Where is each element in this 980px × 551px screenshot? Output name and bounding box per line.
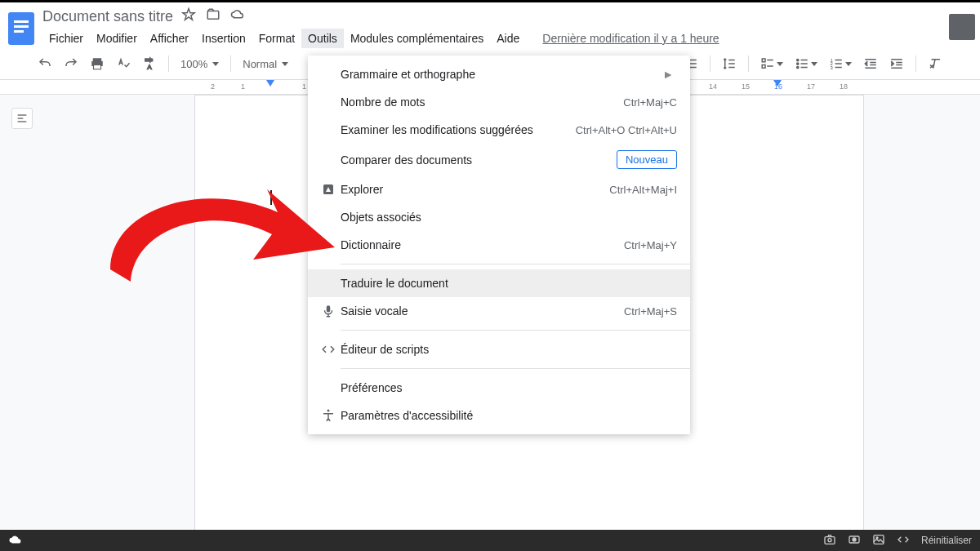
svg-rect-2 xyxy=(14,25,29,28)
indent-marker-icon[interactable] xyxy=(266,80,274,87)
paint-format-button[interactable] xyxy=(137,53,162,74)
line-spacing-button[interactable] xyxy=(717,53,742,74)
svg-point-29 xyxy=(797,63,799,64)
menu-voice-typing[interactable]: Saisie vocale Ctrl+Maj+S xyxy=(308,297,690,325)
spellcheck-button[interactable] xyxy=(111,53,136,74)
svg-text:3: 3 xyxy=(831,65,834,70)
menu-suggestions[interactable]: Examiner les modifications suggérées Ctr… xyxy=(308,116,690,144)
svg-point-56 xyxy=(853,538,856,541)
account-icon[interactable] xyxy=(949,14,975,40)
menu-outils[interactable]: Outils xyxy=(301,29,344,48)
menu-wordcount[interactable]: Nombre de mots Ctrl+Maj+C xyxy=(308,88,690,116)
svg-point-27 xyxy=(797,59,799,60)
cloud-status-icon[interactable] xyxy=(8,534,23,548)
new-badge: Nouveau xyxy=(617,150,677,169)
menu-accessibility[interactable]: Paramètres d'accessibilité xyxy=(308,402,690,429)
menu-modules[interactable]: Modules complémentaires xyxy=(344,29,490,48)
indent-marker-icon[interactable] xyxy=(773,80,782,87)
camera-icon[interactable] xyxy=(823,533,836,549)
chevron-down-icon xyxy=(282,62,288,66)
menu-script-editor[interactable]: Éditeur de scripts xyxy=(308,335,690,363)
submenu-arrow-icon: ► xyxy=(662,68,674,81)
chevron-down-icon xyxy=(845,62,852,66)
chevron-down-icon xyxy=(811,62,817,66)
svg-rect-0 xyxy=(8,12,34,45)
star-icon[interactable] xyxy=(181,7,196,25)
document-title[interactable]: Document sans titre xyxy=(42,8,173,25)
docs-logo-icon[interactable] xyxy=(7,9,36,48)
microphone-icon xyxy=(316,304,341,318)
svg-rect-51 xyxy=(327,305,331,312)
explore-icon xyxy=(316,182,341,197)
clear-formatting-button[interactable] xyxy=(923,53,947,74)
svg-rect-3 xyxy=(14,30,24,33)
svg-rect-7 xyxy=(94,65,101,69)
move-icon[interactable] xyxy=(206,7,220,25)
svg-rect-5 xyxy=(93,58,102,61)
outils-dropdown: Grammaire et orthographe ► Nombre de mot… xyxy=(308,56,690,434)
menu-insertion[interactable]: Insertion xyxy=(195,29,252,48)
cloud-icon[interactable] xyxy=(230,7,245,25)
menu-format[interactable]: Format xyxy=(252,29,301,48)
redo-button[interactable] xyxy=(59,53,83,74)
menu-dictionary[interactable]: Dictionnaire Ctrl+Maj+Y xyxy=(308,231,690,259)
increase-indent-button[interactable] xyxy=(884,53,909,74)
svg-rect-25 xyxy=(762,65,765,69)
image-icon[interactable] xyxy=(872,533,885,549)
record-icon[interactable] xyxy=(848,533,861,549)
last-modified-link[interactable]: Dernière modification il y a 1 heure xyxy=(542,32,719,45)
header: Document sans titre Fichier Modifier Aff… xyxy=(0,2,980,48)
decrease-indent-button[interactable] xyxy=(858,53,883,74)
svg-point-52 xyxy=(327,410,330,412)
svg-point-54 xyxy=(828,538,831,541)
chevron-down-icon xyxy=(777,62,783,66)
embed-icon[interactable] xyxy=(897,533,910,549)
menu-bar: Fichier Modifier Afficher Insertion Form… xyxy=(42,29,949,48)
print-button[interactable] xyxy=(85,53,109,74)
menu-explore[interactable]: Explorer Ctrl+Alt+Maj+I xyxy=(308,176,690,203)
chevron-down-icon xyxy=(212,62,219,66)
svg-rect-53 xyxy=(825,536,835,544)
svg-point-58 xyxy=(876,537,878,539)
svg-rect-4 xyxy=(207,11,219,20)
menu-preferences[interactable]: Préférences xyxy=(308,374,690,402)
code-icon xyxy=(316,342,341,357)
menu-fichier[interactable]: Fichier xyxy=(42,29,90,48)
menu-aide[interactable]: Aide xyxy=(490,29,526,48)
undo-button[interactable] xyxy=(33,53,57,74)
text-cursor xyxy=(270,190,272,205)
numbered-list-button[interactable]: 123 xyxy=(824,53,857,74)
zoom-select[interactable]: 100% xyxy=(176,55,224,73)
svg-rect-1 xyxy=(14,20,29,23)
menu-linked-objects[interactable]: Objets associés xyxy=(308,203,690,231)
svg-point-31 xyxy=(797,66,799,68)
menu-afficher[interactable]: Afficher xyxy=(144,29,195,48)
bullet-list-button[interactable] xyxy=(790,53,822,74)
menu-translate[interactable]: Traduire le document xyxy=(308,269,690,297)
accessibility-icon xyxy=(316,408,341,423)
menu-compare[interactable]: Comparer des documents Nouveau xyxy=(308,144,690,176)
reset-label[interactable]: Réinitialiser xyxy=(921,535,972,546)
bottom-bar: Réinitialiser xyxy=(0,530,980,551)
menu-modifier[interactable]: Modifier xyxy=(90,29,144,48)
style-select[interactable]: Normal xyxy=(238,55,311,73)
menu-grammar[interactable]: Grammaire et orthographe ► xyxy=(308,60,690,88)
outline-toggle-button[interactable] xyxy=(11,108,33,129)
svg-rect-23 xyxy=(762,59,765,62)
checklist-button[interactable] xyxy=(755,53,788,74)
